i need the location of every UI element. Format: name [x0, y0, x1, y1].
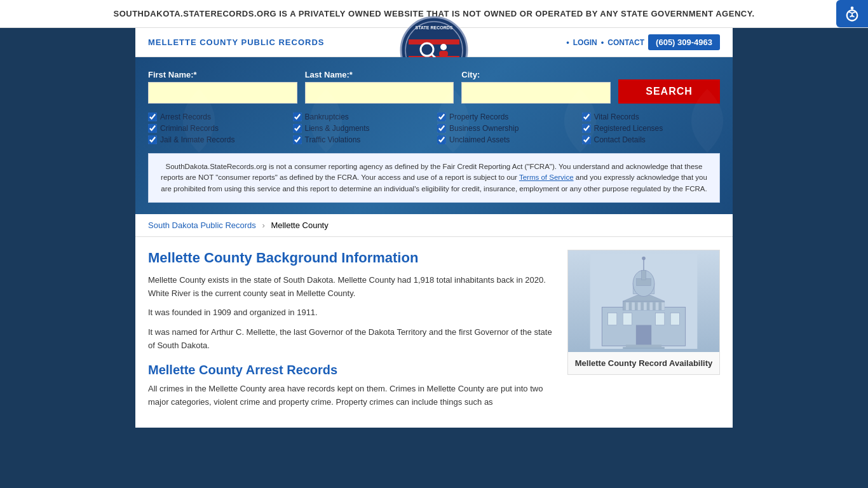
section-title: Mellette County Background Information [148, 250, 555, 266]
svg-rect-34 [626, 344, 661, 347]
svg-rect-21 [632, 302, 635, 310]
form-row: First Name:* Last Name:* City: SEARCH [148, 70, 720, 104]
first-name-field: First Name:* [148, 70, 297, 104]
checkbox-contact-details-label: Contact Details [594, 135, 646, 144]
checkbox-unclaimed-label: Unclaimed Assets [449, 135, 510, 144]
checkbox-jail-records-label: Jail & Inmate Records [160, 135, 234, 144]
svg-rect-26 [661, 302, 665, 310]
city-field: City: [461, 70, 611, 104]
arrest-section-title: Mellette County Arrest Records [148, 363, 555, 377]
svg-text:STATE RECORDS: STATE RECORDS [416, 25, 453, 30]
checkbox-contact-details-input[interactable] [582, 135, 591, 144]
svg-rect-8 [439, 51, 448, 57]
svg-rect-31 [641, 270, 646, 280]
main-wrapper: MELLETTE COUNTY PUBLIC RECORDS STA [0, 28, 868, 428]
svg-rect-15 [623, 313, 632, 325]
checkbox-registered-licenses-input[interactable] [582, 124, 591, 133]
checkbox-registered-licenses-label: Registered Licenses [594, 124, 663, 133]
svg-rect-14 [608, 313, 617, 325]
checkbox-criminal-records: Criminal Records [148, 124, 287, 133]
login-link[interactable]: LOGIN [573, 38, 597, 47]
svg-point-33 [642, 256, 646, 260]
checkbox-contact-details: Contact Details [582, 135, 721, 144]
sidebar-caption: Mellette County Record Availability [568, 352, 719, 374]
content-para-3: It was named for Arthur C. Mellette, the… [148, 326, 555, 353]
checkbox-vital-records-input[interactable] [582, 112, 591, 121]
svg-rect-24 [649, 302, 653, 310]
checkboxes-row: Arrest Records Bankruptcies Property Rec… [148, 112, 720, 144]
last-name-label: Last Name:* [305, 70, 454, 79]
checkbox-liens-input[interactable] [293, 124, 302, 133]
checkbox-criminal-records-label: Criminal Records [160, 124, 219, 133]
search-button[interactable]: SEARCH [618, 79, 720, 104]
bullet-2: • [601, 37, 604, 47]
checkbox-business-ownership: Business Ownership [437, 124, 576, 133]
svg-rect-23 [644, 302, 647, 310]
bullet-1: • [566, 37, 569, 47]
checkbox-registered-licenses: Registered Licenses [582, 124, 721, 133]
svg-rect-20 [626, 302, 629, 310]
svg-rect-3 [409, 39, 459, 44]
svg-point-0 [851, 6, 854, 10]
checkbox-vital-records-label: Vital Records [594, 112, 639, 121]
svg-rect-22 [638, 302, 641, 310]
capitol-illustration [587, 254, 701, 349]
main-text: Mellette County Background Information M… [148, 250, 555, 416]
svg-rect-17 [670, 313, 679, 325]
svg-rect-35 [623, 347, 665, 349]
svg-rect-18 [636, 325, 651, 346]
svg-rect-16 [656, 313, 665, 325]
checkbox-unclaimed: Unclaimed Assets [437, 135, 576, 144]
content-area: Mellette County Background Information M… [135, 237, 733, 428]
checkbox-unclaimed-input[interactable] [437, 135, 446, 144]
last-name-field: Last Name:* [305, 70, 454, 104]
checkbox-vital-records: Vital Records [582, 112, 721, 121]
checkbox-criminal-records-input[interactable] [148, 124, 157, 133]
checkbox-jail-records-input[interactable] [148, 135, 157, 144]
city-input[interactable] [461, 82, 611, 104]
checkbox-bankruptcies-label: Bankruptcies [305, 112, 349, 121]
svg-point-7 [440, 44, 447, 50]
checkbox-property-records: Property Records [437, 112, 576, 121]
checkbox-arrest-records-label: Arrest Records [160, 112, 211, 121]
card-header: MELLETTE COUNTY PUBLIC RECORDS STA [135, 28, 733, 57]
breadcrumb-current: Mellette County [271, 220, 328, 230]
checkbox-property-records-input[interactable] [437, 112, 446, 121]
first-name-label: First Name:* [148, 70, 297, 79]
content-para-1: Mellette County exists in the state of S… [148, 274, 555, 301]
site-title: MELLETTE COUNTY PUBLIC RECORDS [148, 37, 325, 47]
checkbox-business-ownership-label: Business Ownership [449, 124, 519, 133]
search-section: First Name:* Last Name:* City: SEARCH Ar [135, 57, 733, 214]
checkbox-traffic-input[interactable] [293, 135, 302, 144]
checkbox-bankruptcies-input[interactable] [293, 112, 302, 121]
checkbox-arrest-records-input[interactable] [148, 112, 157, 121]
breadcrumb-separator: › [262, 220, 264, 230]
contact-link[interactable]: CONTACT [607, 38, 644, 47]
sidebar-image [568, 250, 719, 352]
accessibility-button[interactable] [836, 0, 868, 27]
checkbox-traffic-label: Traffic Violations [305, 135, 361, 144]
sidebar-card: Mellette County Record Availability [567, 250, 720, 375]
disclaimer: SouthDakota.StateRecords.org is not a co… [148, 153, 720, 203]
checkbox-liens: Liens & Judgments [293, 124, 431, 133]
nav-links: • LOGIN • CONTACT (605) 309-4963 [566, 34, 720, 50]
phone-badge[interactable]: (605) 309-4963 [648, 34, 720, 50]
checkbox-property-records-label: Property Records [449, 112, 508, 121]
terms-link[interactable]: Terms of Service [519, 173, 574, 181]
checkbox-jail-records: Jail & Inmate Records [148, 135, 287, 144]
svg-rect-25 [656, 302, 659, 310]
sidebar: Mellette County Record Availability [567, 250, 720, 416]
checkbox-business-ownership-input[interactable] [437, 124, 446, 133]
checkbox-traffic: Traffic Violations [293, 135, 431, 144]
city-label: City: [461, 70, 611, 79]
breadcrumb-parent-link[interactable]: South Dakota Public Records [148, 220, 256, 230]
accessibility-icon [843, 5, 861, 23]
checkbox-liens-label: Liens & Judgments [305, 124, 370, 133]
first-name-input[interactable] [148, 82, 297, 104]
last-name-input[interactable] [305, 82, 454, 104]
checkbox-arrest-records: Arrest Records [148, 112, 287, 121]
main-card: MELLETTE COUNTY PUBLIC RECORDS STA [135, 28, 733, 428]
arrest-para: All crimes in the Mellette County area h… [148, 383, 555, 409]
content-para-2: It was founded in 1909 and organized in … [148, 306, 555, 320]
breadcrumb-bar: South Dakota Public Records › Mellette C… [135, 214, 733, 237]
